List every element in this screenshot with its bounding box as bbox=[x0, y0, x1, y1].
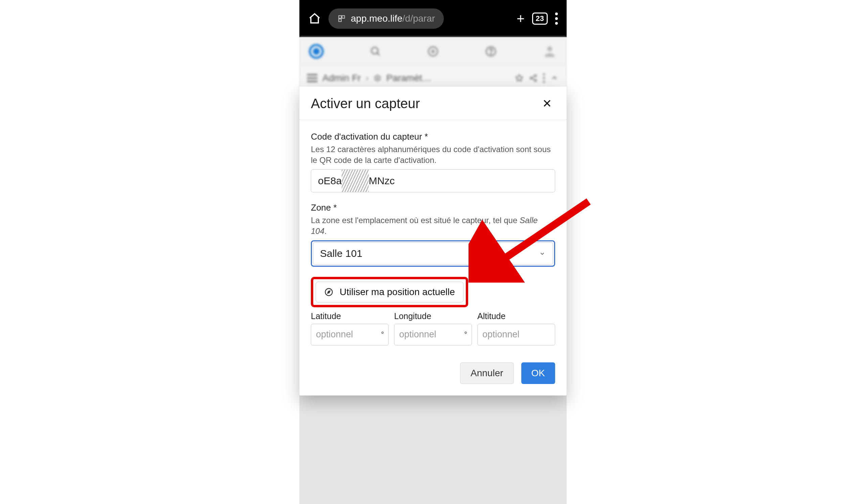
latitude-input[interactable] bbox=[311, 324, 389, 345]
activate-sensor-dialog: Activer un capteur ✕ Code d'activation d… bbox=[299, 87, 567, 396]
home-icon[interactable] bbox=[308, 12, 321, 25]
svg-point-6 bbox=[490, 54, 491, 54]
use-my-location-button[interactable]: Utiliser ma position actuelle bbox=[315, 282, 464, 302]
breadcrumb-page[interactable]: Paramèt… bbox=[386, 73, 432, 83]
url-bar[interactable]: app.meo.life/d/parar bbox=[329, 9, 444, 29]
help-icon[interactable] bbox=[485, 45, 497, 57]
star-icon[interactable] bbox=[514, 73, 524, 83]
url-domain: app.meo.life bbox=[351, 13, 402, 24]
zone-help: La zone est l'emplacement où est situé l… bbox=[311, 215, 555, 237]
svg-rect-2 bbox=[338, 19, 341, 22]
avatar-icon[interactable] bbox=[542, 44, 557, 59]
zone-value: Salle 101 bbox=[320, 248, 539, 259]
gear-icon bbox=[374, 74, 381, 82]
app-logo-icon bbox=[309, 44, 324, 59]
tabs-count-badge[interactable]: 23 bbox=[532, 12, 548, 25]
annotation-highlight: Utiliser ma position actuelle bbox=[311, 277, 468, 307]
svg-rect-1 bbox=[342, 15, 345, 18]
ok-button[interactable]: OK bbox=[521, 362, 555, 384]
search-icon[interactable] bbox=[369, 45, 381, 57]
kebab-menu-icon[interactable] bbox=[543, 73, 545, 83]
redacted-icon bbox=[342, 170, 369, 192]
breadcrumb-root[interactable]: Admin Fr bbox=[322, 73, 361, 83]
zone-label: Zone * bbox=[311, 203, 555, 213]
altitude-label: Altitude bbox=[477, 311, 555, 321]
add-icon[interactable] bbox=[427, 45, 439, 57]
share-icon[interactable] bbox=[529, 73, 538, 83]
svg-point-7 bbox=[547, 46, 552, 51]
degree-unit: ° bbox=[381, 330, 384, 339]
chevron-down-icon bbox=[539, 250, 546, 257]
degree-unit: ° bbox=[464, 330, 467, 339]
app-header-blurred: Admin Fr › Paramèt… bbox=[299, 37, 567, 91]
menu-icon[interactable] bbox=[307, 74, 318, 82]
longitude-label: Longitude bbox=[394, 311, 472, 321]
browser-chrome: app.meo.life/d/parar + 23 bbox=[299, 0, 567, 37]
svg-point-8 bbox=[377, 77, 379, 79]
close-icon[interactable]: ✕ bbox=[539, 95, 555, 112]
activation-code-input[interactable]: oE8aMNzc bbox=[311, 169, 555, 192]
url-path: /d/parar bbox=[402, 13, 435, 24]
code-help: Les 12 caractères alphanumériques du cod… bbox=[311, 144, 555, 166]
cancel-button[interactable]: Annuler bbox=[460, 362, 514, 384]
new-tab-icon[interactable]: + bbox=[517, 11, 524, 26]
dialog-title: Activer un capteur bbox=[311, 96, 539, 111]
svg-rect-0 bbox=[338, 15, 341, 18]
latitude-label: Latitude bbox=[311, 311, 389, 321]
browser-menu-icon[interactable] bbox=[555, 12, 558, 25]
svg-point-3 bbox=[371, 47, 378, 54]
zone-select[interactable]: Salle 101 bbox=[313, 242, 553, 265]
altitude-input[interactable] bbox=[477, 324, 555, 345]
chevron-up-icon[interactable] bbox=[550, 73, 559, 83]
compass-icon bbox=[324, 287, 334, 297]
code-label: Code d'activation du capteur * bbox=[311, 131, 555, 142]
longitude-input[interactable] bbox=[394, 324, 472, 345]
